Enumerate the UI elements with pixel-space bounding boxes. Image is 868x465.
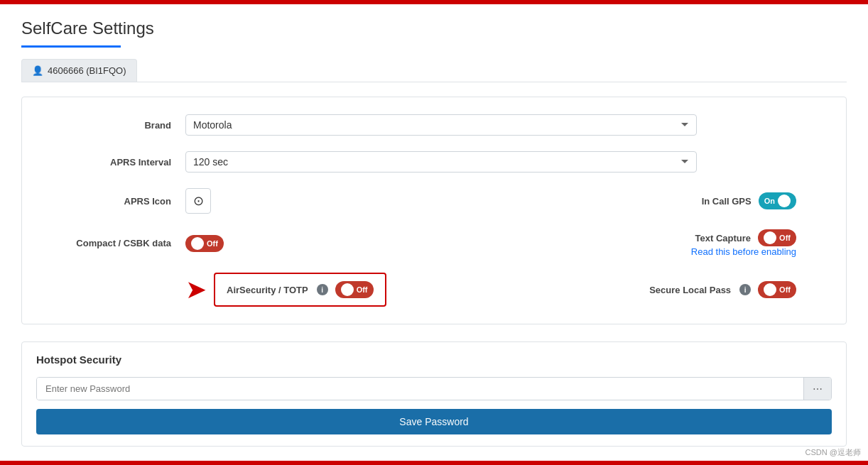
hotspot-title: Hotspot Security: [36, 354, 832, 366]
aprs-icon-button[interactable]: ⊙: [185, 188, 211, 214]
airsecurity-left: ➤ AirSecurity / TOTP i Off: [43, 273, 420, 307]
textcapture-toggle-label: Off: [779, 234, 791, 242]
airsecurity-box: AirSecurity / TOTP i Off: [214, 273, 386, 307]
brand-control: Motorola Kenwood Yaesu Icom: [185, 114, 825, 136]
securepass-toggle[interactable]: Off: [758, 281, 796, 298]
incallgps-right: In Call GPS On: [420, 192, 825, 209]
aprs-icon-symbol: ⊙: [193, 193, 204, 209]
compact-csbk-toggle-label: Off: [207, 239, 218, 248]
airsecurity-toggle-label: Off: [357, 285, 368, 294]
textcapture-right: Text Capture Off Read this before enabli…: [420, 229, 825, 257]
password-input-wrapper: ⋯: [36, 377, 832, 400]
watermark: CSDN @逗老师: [805, 447, 861, 458]
aprs-interval-select[interactable]: 30 sec 60 sec 120 sec 300 sec: [185, 151, 697, 173]
settings-panel: Brand Motorola Kenwood Yaesu Icom APRS I…: [21, 97, 847, 324]
page-title: SelfCare Settings: [21, 18, 847, 38]
password-visibility-toggle[interactable]: ⋯: [803, 378, 831, 400]
securepass-toggle-label: Off: [779, 285, 791, 294]
tab-bar: 👤 4606666 (BI1FQO): [21, 59, 847, 82]
airsecurity-securepass-row: ➤ AirSecurity / TOTP i Off Secure Local …: [43, 273, 825, 307]
compact-textcapture-row: Compact / CSBK data Off Text Capture Off…: [43, 229, 825, 257]
hotspot-section: Hotspot Security ⋯ Save Password: [21, 341, 847, 447]
arrow-container: ➤ AirSecurity / TOTP i Off: [185, 273, 386, 307]
securepass-right: Secure Local Pass i Off: [420, 281, 825, 298]
aprs-icon-incallgps-row: APRS Icon ⊙ In Call GPS On: [43, 188, 825, 214]
securepass-label: Secure Local Pass: [649, 285, 731, 295]
compact-csbk-label: Compact / CSBK data: [43, 238, 185, 248]
brand-row: Brand Motorola Kenwood Yaesu Icom: [43, 114, 825, 136]
aprs-icon-label: APRS Icon: [43, 196, 185, 207]
incallgps-toggle[interactable]: On: [759, 192, 796, 209]
compact-left: Compact / CSBK data Off: [43, 235, 420, 252]
red-arrow-icon: ➤: [185, 275, 207, 305]
two-col-airsec-secure: ➤ AirSecurity / TOTP i Off Secure Local …: [43, 273, 825, 307]
title-underline: [21, 45, 121, 48]
save-password-button[interactable]: Save Password: [36, 409, 832, 434]
incallgps-toggle-label: On: [764, 197, 775, 205]
two-col-compact-text: Compact / CSBK data Off Text Capture Off…: [43, 229, 825, 257]
aprs-interval-label: APRS Interval: [43, 157, 185, 168]
user-tab[interactable]: 👤 4606666 (BI1FQO): [21, 59, 137, 82]
aprs-interval-row: APRS Interval 30 sec 60 sec 120 sec 300 …: [43, 151, 825, 173]
aprs-interval-select-wrapper: 30 sec 60 sec 120 sec 300 sec: [185, 151, 697, 173]
textcapture-row-inner: Text Capture Off: [695, 229, 796, 246]
two-col-aprs-gps: APRS Icon ⊙ In Call GPS On: [43, 188, 825, 214]
aprs-interval-control: 30 sec 60 sec 120 sec 300 sec: [185, 151, 825, 173]
brand-label: Brand: [43, 120, 185, 131]
compact-csbk-toggle[interactable]: Off: [185, 235, 224, 252]
tab-label: 4606666 (BI1FQO): [48, 65, 126, 76]
aprs-icon-left: APRS Icon ⊙: [43, 188, 420, 214]
brand-select-wrapper: Motorola Kenwood Yaesu Icom: [185, 114, 697, 136]
incallgps-label: In Call GPS: [702, 196, 752, 207]
brand-select[interactable]: Motorola Kenwood Yaesu Icom: [185, 114, 697, 136]
airsecurity-toggle[interactable]: Off: [335, 281, 374, 298]
securepass-info-icon[interactable]: i: [739, 284, 751, 295]
textcapture-toggle[interactable]: Off: [758, 229, 796, 246]
user-icon: 👤: [32, 65, 43, 76]
read-before-enabling-link[interactable]: Read this before enabling: [691, 246, 796, 257]
airsecurity-info-icon[interactable]: i: [317, 284, 328, 295]
page-container: SelfCare Settings 👤 4606666 (BI1FQO) Bra…: [0, 4, 868, 461]
airsecurity-label: AirSecurity / TOTP: [227, 285, 308, 295]
password-input[interactable]: [37, 378, 803, 400]
textcapture-label: Text Capture: [695, 233, 752, 244]
